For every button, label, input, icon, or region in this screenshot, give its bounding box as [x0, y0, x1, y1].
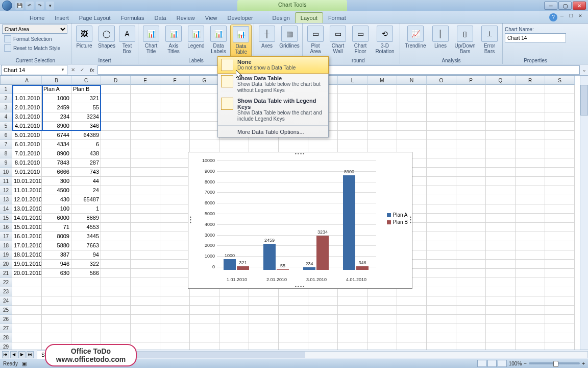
cell[interactable] [545, 223, 575, 232]
cell[interactable] [516, 269, 545, 278]
cell[interactable] [456, 241, 486, 250]
tab-insert[interactable]: Insert [50, 13, 74, 23]
cell[interactable] [308, 333, 338, 342]
cell[interactable]: 430 [42, 195, 71, 204]
cell[interactable] [427, 306, 456, 315]
shapes-button[interactable]: ◯Shapes [96, 25, 117, 57]
cell[interactable] [249, 324, 279, 333]
column-header[interactable]: Q [486, 76, 516, 85]
cell[interactable] [101, 94, 131, 103]
cell[interactable] [190, 112, 219, 122]
data-table-button[interactable]: 📊Data Table [230, 25, 252, 57]
cell[interactable]: 20.01.2010 [12, 269, 42, 278]
cell[interactable] [71, 278, 101, 287]
updown-bars-button[interactable]: ▯Up/Down Bars [452, 25, 478, 57]
cell[interactable] [545, 149, 575, 158]
cell[interactable] [338, 122, 368, 131]
cell[interactable] [427, 131, 456, 140]
cell[interactable] [131, 214, 160, 223]
column-header[interactable]: F [160, 76, 190, 85]
cell[interactable] [456, 324, 486, 333]
cell[interactable] [101, 85, 131, 94]
cell[interactable] [160, 103, 190, 112]
cell[interactable] [486, 287, 516, 296]
cell[interactable]: 6 [71, 140, 101, 149]
cell[interactable] [486, 232, 516, 241]
cell[interactable] [486, 85, 516, 94]
cell[interactable] [427, 149, 456, 158]
cell[interactable] [486, 195, 516, 204]
cell[interactable]: 2459 [42, 103, 71, 112]
cell[interactable] [71, 296, 101, 306]
tab-page-layout[interactable]: Page Layout [74, 13, 116, 23]
cell[interactable] [516, 315, 545, 324]
cell[interactable]: 44 [71, 177, 101, 186]
cell[interactable] [131, 94, 160, 103]
cell[interactable]: 946 [42, 260, 71, 269]
cell[interactable]: 19.01.2010 [12, 260, 42, 269]
cell[interactable] [338, 94, 368, 103]
cell[interactable] [338, 103, 368, 112]
cell[interactable] [190, 85, 219, 94]
cell[interactable] [160, 223, 190, 232]
cell[interactable] [12, 278, 42, 287]
cell[interactable] [516, 204, 545, 214]
row-header[interactable]: 7 [0, 140, 12, 149]
tab-view[interactable]: View [200, 13, 223, 23]
cell[interactable]: 2.01.2010 [12, 103, 42, 112]
cell[interactable]: 6.01.2010 [12, 140, 42, 149]
cell[interactable]: 3445 [71, 232, 101, 241]
sheet-nav-next-icon[interactable]: ▶ [18, 351, 26, 358]
cell[interactable] [516, 223, 545, 232]
cell[interactable] [338, 112, 368, 122]
cell[interactable] [456, 296, 486, 306]
row-header[interactable]: 18 [0, 241, 12, 250]
cell[interactable]: 1 [71, 204, 101, 214]
row-header[interactable]: 6 [0, 131, 12, 140]
cell[interactable] [368, 103, 397, 112]
cell[interactable] [160, 324, 190, 333]
cell[interactable] [427, 168, 456, 177]
cell[interactable] [101, 195, 131, 204]
cell[interactable] [160, 94, 190, 103]
cell[interactable] [486, 149, 516, 158]
column-header[interactable]: N [397, 76, 427, 85]
cell[interactable] [71, 333, 101, 342]
cell[interactable] [101, 269, 131, 278]
cell[interactable] [427, 85, 456, 94]
row-header[interactable]: 11 [0, 177, 12, 186]
cell[interactable] [101, 296, 131, 306]
cell[interactable] [516, 177, 545, 186]
cell[interactable] [190, 140, 219, 149]
column-header[interactable]: O [427, 76, 456, 85]
cell[interactable] [545, 204, 575, 214]
cell[interactable]: 100 [42, 204, 71, 214]
sheet-nav-last-icon[interactable]: ⏭ [27, 351, 34, 358]
cell[interactable] [456, 278, 486, 287]
cell[interactable] [427, 195, 456, 204]
cell[interactable] [131, 260, 160, 269]
cell[interactable] [101, 103, 131, 112]
cell[interactable] [486, 131, 516, 140]
row-header[interactable]: 25 [0, 306, 12, 315]
cell[interactable] [42, 296, 71, 306]
cell[interactable] [545, 250, 575, 260]
workbook-close-icon[interactable]: ✕ [577, 12, 584, 19]
cell[interactable] [131, 186, 160, 195]
cell[interactable]: 13.01.2010 [12, 204, 42, 214]
cell[interactable]: 24 [71, 186, 101, 195]
cell[interactable] [427, 278, 456, 287]
axis-titles-button[interactable]: 📊Axis Titles [163, 25, 184, 57]
cell[interactable] [427, 122, 456, 131]
cell[interactable] [368, 296, 397, 306]
cell[interactable]: 6000 [42, 214, 71, 223]
cell[interactable] [338, 324, 368, 333]
undo-icon[interactable]: ↶ [26, 2, 34, 10]
cell[interactable] [338, 85, 368, 94]
cell[interactable] [12, 333, 42, 342]
tab-review[interactable]: Review [172, 13, 200, 23]
cell[interactable] [249, 315, 279, 324]
minimize-button[interactable]: ─ [544, 2, 557, 10]
cell[interactable] [486, 177, 516, 186]
cell[interactable] [545, 260, 575, 269]
